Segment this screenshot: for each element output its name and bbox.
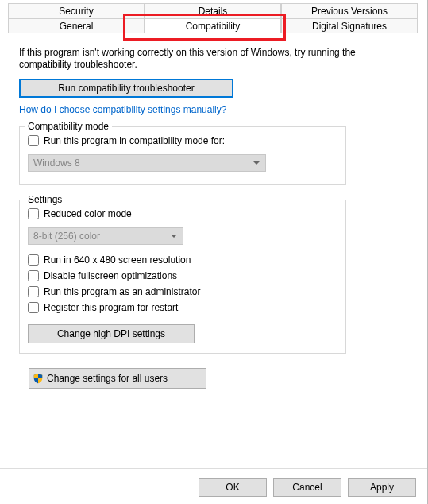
tab-compatibility[interactable]: Compatibility	[145, 18, 281, 33]
register-restart-label: Register this program for restart	[44, 302, 178, 313]
manual-settings-link[interactable]: How do I choose compatibility settings m…	[19, 104, 226, 115]
tab-details[interactable]: Details	[145, 3, 281, 18]
tab-security[interactable]: Security	[8, 3, 145, 18]
reduced-color-checkbox[interactable]	[28, 208, 39, 219]
disable-fullscreen-label: Disable fullscreen optimizations	[44, 270, 177, 281]
ok-button[interactable]: OK	[199, 478, 267, 497]
compat-mode-checkbox[interactable]	[28, 135, 39, 146]
settings-group: Settings Reduced color mode 8-bit (256) …	[19, 200, 346, 354]
color-mode-select[interactable]: 8-bit (256) color	[28, 227, 183, 245]
apply-button[interactable]: Apply	[348, 478, 416, 497]
tab-previous-versions[interactable]: Previous Versions	[281, 3, 418, 18]
run-640-checkbox[interactable]	[28, 254, 39, 266]
change-dpi-button[interactable]: Change high DPI settings	[28, 324, 195, 343]
change-all-users-button[interactable]: Change settings for all users	[29, 368, 206, 389]
run-640-label: Run in 640 x 480 screen resolution	[44, 254, 191, 266]
disable-fullscreen-checkbox[interactable]	[28, 270, 39, 281]
shield-icon	[33, 373, 44, 384]
tab-digital-signatures[interactable]: Digital Signatures	[281, 18, 418, 33]
reduced-color-label: Reduced color mode	[44, 208, 132, 219]
compat-mode-label: Run this program in compatibility mode f…	[44, 135, 225, 146]
compat-mode-title: Compatibility mode	[25, 121, 112, 132]
separator	[0, 468, 427, 469]
change-all-users-label: Change settings for all users	[47, 373, 168, 384]
tab-general[interactable]: General	[8, 18, 145, 33]
cancel-button[interactable]: Cancel	[273, 478, 341, 497]
run-admin-checkbox[interactable]	[28, 286, 39, 297]
intro-text: If this program isn't working correctly …	[19, 47, 408, 71]
register-restart-checkbox[interactable]	[28, 302, 39, 313]
compat-mode-select[interactable]: Windows 8	[28, 154, 266, 172]
compat-mode-group: Compatibility mode Run this program in c…	[19, 126, 346, 185]
run-troubleshooter-button[interactable]: Run compatibility troubleshooter	[19, 79, 233, 98]
run-admin-label: Run this program as an administrator	[44, 286, 200, 297]
settings-title: Settings	[25, 194, 65, 205]
